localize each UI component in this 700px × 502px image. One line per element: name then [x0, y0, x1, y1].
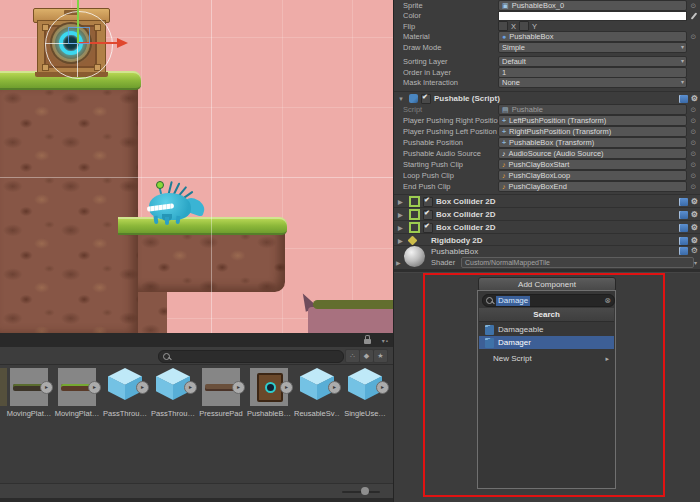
gizmo-circle[interactable]: [45, 11, 113, 79]
slider-knob[interactable]: [361, 487, 369, 495]
help-book-icon[interactable]: [679, 211, 688, 219]
new-script-item[interactable]: New Script ▸: [479, 352, 614, 365]
platform-thumbnail: ▸: [58, 368, 96, 406]
box-collider-header-2[interactable]: ▶ Box Collider 2D ⚙: [394, 207, 700, 221]
audio-clip-object-field[interactable]: ♪ PushClayBoxEnd: [498, 181, 687, 192]
object-picker-icon[interactable]: ⊙: [689, 160, 698, 169]
foldout-collapsed-icon[interactable]: ▶: [398, 224, 406, 231]
asset-item[interactable]: ▸ PassThrou…: [102, 368, 148, 418]
help-book-icon[interactable]: [679, 247, 688, 255]
crate-thumbnail: ▸: [250, 368, 288, 406]
eyedropper-icon[interactable]: [689, 11, 698, 20]
pushable-component-header[interactable]: ▼ Pushable (Script) ⚙: [394, 91, 700, 105]
help-book-icon[interactable]: [679, 224, 688, 232]
help-book-icon[interactable]: [679, 198, 688, 206]
prefab-arrow-badge[interactable]: ▸: [232, 381, 245, 394]
asset-item[interactable]: ▸ ReusableSv…: [294, 368, 340, 418]
object-picker-icon[interactable]: ⊙: [689, 1, 698, 10]
push-left-row: Player Pushing Left Position + RightPush…: [394, 126, 700, 137]
draw-mode-dropdown[interactable]: Simple: [498, 42, 687, 53]
prefab-arrow-badge[interactable]: ▸: [40, 381, 53, 394]
prefab-arrow-badge[interactable]: ▸: [328, 381, 341, 394]
object-picker-icon[interactable]: ⊙: [689, 105, 698, 114]
transform-object-field[interactable]: + RightPushPosition (Transform): [498, 126, 687, 137]
creature-object[interactable]: [147, 182, 211, 224]
start-clip-row: Starting Push Clip ♪ PushClayBoxStart ⊙: [394, 159, 700, 170]
object-picker-icon[interactable]: ⊙: [689, 138, 698, 147]
asset-item[interactable]: ▸ PushableB…: [246, 368, 292, 418]
color-swatch[interactable]: [498, 11, 687, 21]
foldout-collapsed-icon[interactable]: ▶: [398, 237, 406, 244]
gear-icon[interactable]: ⚙: [691, 211, 698, 219]
prefab-arrow-badge[interactable]: ▸: [280, 381, 293, 394]
asset-item[interactable]: ▸ MovingPlat…: [54, 368, 100, 418]
script-row: Script ▤ Pushable ⊙: [394, 104, 700, 115]
panel-menu-icon[interactable]: ▾▪: [382, 337, 389, 344]
material-object-field[interactable]: ● PushableBox: [498, 31, 687, 42]
transform-object-field[interactable]: + LeftPushPosition (Transform): [498, 115, 687, 126]
box-collider-header-1[interactable]: ▶ Box Collider 2D ⚙: [394, 194, 700, 208]
shader-dropdown[interactable]: Custom/NormalMappedTile: [461, 257, 694, 268]
component-enabled-checkbox[interactable]: [423, 197, 433, 207]
object-picker-icon[interactable]: ⊙: [689, 171, 698, 180]
sprite-object-field[interactable]: ▣ PushableBox_0: [498, 0, 687, 11]
pushable-rows: Script ▤ Pushable ⊙ Player Pushing Right…: [394, 104, 700, 192]
asset-item[interactable]: ▸ SingleUse…: [342, 368, 388, 418]
component-enabled-checkbox[interactable]: [423, 223, 433, 233]
gear-icon[interactable]: ⚙: [691, 224, 698, 232]
order-in-layer-field[interactable]: 1: [498, 67, 687, 78]
object-picker-icon[interactable]: ⊙: [689, 149, 698, 158]
search-by-label-button[interactable]: ◆: [359, 349, 374, 363]
help-book-icon[interactable]: [679, 237, 688, 245]
asset-item[interactable]: ▸ MovingPlat…: [6, 368, 52, 418]
audio-clip-object-field[interactable]: ♪ PushClayBoxLoop: [498, 170, 687, 181]
foldout-collapsed-icon[interactable]: ▶: [396, 259, 404, 266]
asset-label: MovingPlat…: [54, 409, 100, 418]
project-search-input[interactable]: [158, 350, 344, 363]
prefab-arrow-badge[interactable]: ▸: [88, 381, 101, 394]
prefab-arrow-badge[interactable]: ▸: [136, 381, 149, 394]
gear-icon[interactable]: ⚙: [691, 247, 698, 255]
flip-y-checkbox[interactable]: [519, 21, 529, 31]
audio-source-object-field[interactable]: ♪ AudioSource (Audio Source): [498, 148, 687, 159]
search-by-type-button[interactable]: ∴: [345, 349, 360, 363]
prefab-arrow-badge[interactable]: ▸: [376, 381, 389, 394]
gizmo-x-arrowhead[interactable]: [117, 38, 128, 48]
object-picker-icon[interactable]: ⊙: [689, 116, 698, 125]
help-book-icon[interactable]: [679, 95, 688, 103]
prefab-arrow-badge[interactable]: ▸: [184, 381, 197, 394]
lock-icon[interactable]: [364, 339, 371, 344]
scene-view[interactable]: [0, 0, 393, 333]
clear-search-icon[interactable]: ⊗: [604, 296, 611, 306]
component-enabled-checkbox[interactable]: [423, 210, 433, 220]
mask-interaction-row: Mask Interaction None ⊙: [394, 78, 700, 89]
project-panel-tab-bar: ▾▪: [0, 333, 393, 348]
creature-leg: [165, 217, 169, 225]
gear-icon[interactable]: ⚙: [691, 95, 698, 103]
favorites-button[interactable]: ★: [373, 349, 388, 363]
gear-icon[interactable]: ⚙: [691, 198, 698, 206]
result-item-damager-selected[interactable]: Damager: [479, 336, 614, 349]
field-value: AudioSource (Audio Source): [509, 149, 604, 158]
box-collider-header-3[interactable]: ▶ Box Collider 2D ⚙: [394, 220, 700, 234]
result-item-damageable[interactable]: Damageable: [479, 323, 614, 336]
material-icon: ●: [502, 33, 506, 40]
component-search-input[interactable]: Damage ⊗: [482, 294, 615, 307]
object-picker-icon[interactable]: ⊙: [689, 182, 698, 191]
gear-icon[interactable]: ⚙: [691, 237, 698, 245]
sorting-layer-dropdown[interactable]: Default: [498, 56, 687, 67]
flip-x-checkbox[interactable]: [498, 21, 508, 31]
object-picker-icon[interactable]: ⊙: [689, 32, 698, 41]
component-enabled-checkbox[interactable]: [421, 94, 431, 104]
property-label: Pushable Audio Source: [403, 149, 498, 158]
asset-item[interactable]: ▸ PressurePad: [198, 368, 244, 418]
foldout-collapsed-icon[interactable]: ▶: [398, 198, 406, 205]
transform-object-field[interactable]: + PushableBox (Transform): [498, 137, 687, 148]
foldout-collapsed-icon[interactable]: ▶: [398, 211, 406, 218]
mask-interaction-dropdown[interactable]: None: [498, 77, 687, 88]
asset-item[interactable]: ▸ PassThrou…: [150, 368, 196, 418]
audio-clip-object-field[interactable]: ♪ PushClayBoxStart: [498, 159, 687, 170]
grid-major-line: [0, 177, 393, 178]
object-picker-icon[interactable]: ⊙: [689, 127, 698, 136]
foldout-expanded-icon[interactable]: ▼: [398, 96, 406, 102]
